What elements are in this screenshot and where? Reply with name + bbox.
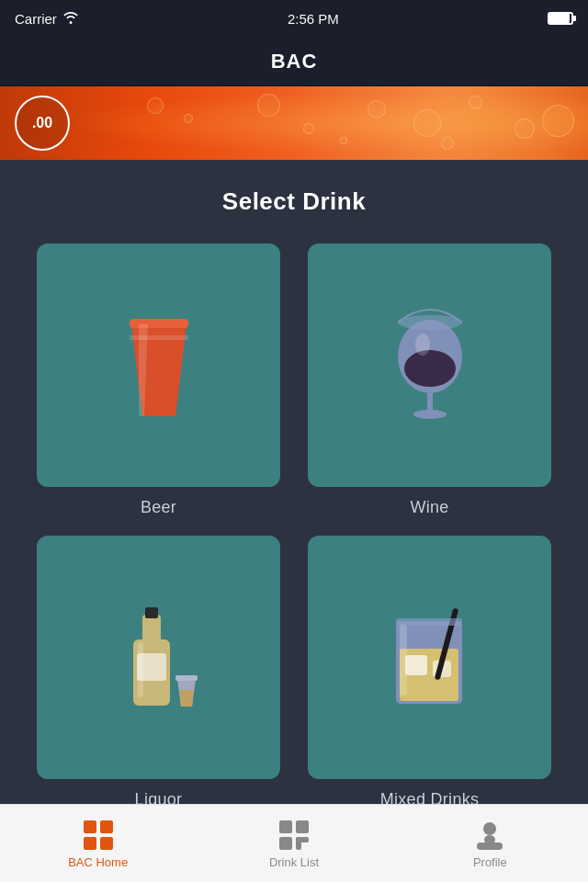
bac-value: .00 <box>15 96 70 151</box>
svg-rect-26 <box>100 820 113 833</box>
bac-home-icon <box>82 819 115 852</box>
svg-point-6 <box>415 334 430 356</box>
svg-rect-1 <box>130 319 188 328</box>
time-label: 2:56 PM <box>288 11 339 27</box>
drink-label-beer: Beer <box>141 498 176 517</box>
svg-point-8 <box>413 410 447 419</box>
drink-card-liquor[interactable] <box>37 536 280 779</box>
status-bar: Carrier 2:56 PM <box>0 0 588 37</box>
svg-point-9 <box>398 315 462 330</box>
profile-icon <box>473 819 506 852</box>
battery-icon <box>548 12 573 25</box>
tab-drink-list-label: Drink List <box>269 855 319 869</box>
bac-banner: .00 <box>0 86 588 160</box>
svg-rect-30 <box>296 820 309 833</box>
svg-rect-11 <box>142 615 161 642</box>
tab-bac-home-label: BAC Home <box>68 855 128 869</box>
tab-bac-home[interactable]: BAC Home <box>1 819 195 869</box>
svg-rect-14 <box>138 642 143 697</box>
svg-rect-31 <box>279 837 292 850</box>
drink-item-wine[interactable]: Wine <box>308 243 551 517</box>
svg-rect-28 <box>100 837 113 850</box>
drink-item-beer[interactable]: Beer <box>37 243 280 517</box>
svg-marker-17 <box>179 690 194 707</box>
nav-title: BAC <box>271 50 318 74</box>
svg-rect-24 <box>396 618 462 626</box>
svg-rect-23 <box>400 624 407 695</box>
drink-list-icon <box>277 819 311 852</box>
drink-grid: Beer <box>37 243 551 809</box>
tab-profile[interactable]: Profile <box>393 819 587 869</box>
svg-rect-3 <box>130 335 188 340</box>
svg-rect-25 <box>84 820 96 833</box>
select-drink-title: Select Drink <box>222 187 366 216</box>
drink-card-beer[interactable] <box>37 243 280 487</box>
tab-drink-list[interactable]: Drink List <box>197 819 390 869</box>
nav-bar: BAC <box>0 37 588 86</box>
drink-item-liquor[interactable]: Liquor <box>37 536 280 809</box>
drink-card-mixed[interactable] <box>308 536 551 779</box>
svg-rect-16 <box>175 675 198 681</box>
svg-rect-27 <box>84 837 96 850</box>
status-left: Carrier <box>15 11 79 27</box>
wifi-icon <box>62 11 79 27</box>
svg-rect-33 <box>296 837 309 842</box>
tab-profile-label: Profile <box>473 855 507 869</box>
drink-item-mixed[interactable]: Mixed Drinks <box>308 536 551 809</box>
svg-rect-36 <box>484 835 495 844</box>
tab-bar: BAC Home Drink List <box>0 804 588 882</box>
bac-bubbles <box>0 86 588 160</box>
svg-rect-12 <box>145 607 158 618</box>
carrier-label: Carrier <box>15 11 57 27</box>
drink-card-wine[interactable] <box>308 243 551 487</box>
svg-point-5 <box>404 350 456 387</box>
main-content: Select Drink Beer <box>0 160 588 809</box>
svg-rect-29 <box>279 820 292 833</box>
svg-rect-20 <box>405 655 427 675</box>
svg-point-34 <box>483 822 496 835</box>
drink-label-wine: Wine <box>410 498 448 517</box>
